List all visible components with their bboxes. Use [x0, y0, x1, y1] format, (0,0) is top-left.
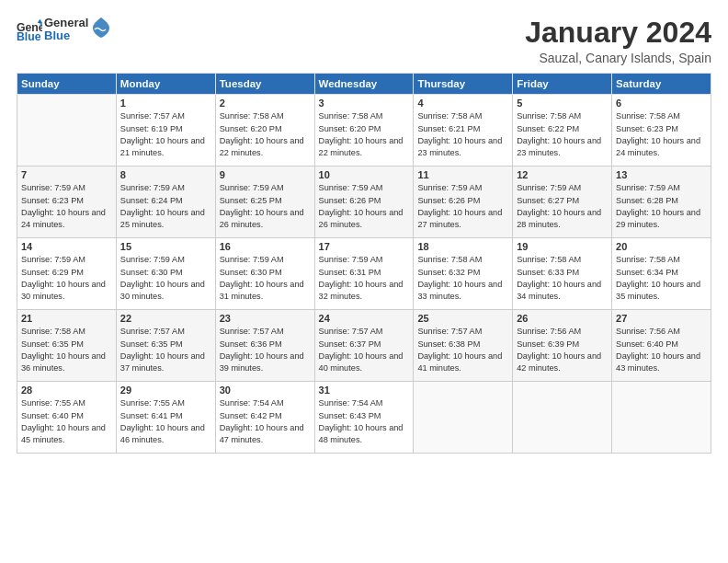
table-row: 30 Sunrise: 7:54 AMSunset: 6:42 PMDaylig…	[215, 382, 314, 454]
calendar-header-row: Sunday Monday Tuesday Wednesday Thursday…	[17, 74, 711, 95]
cell-content: Sunrise: 7:55 AMSunset: 6:40 PMDaylight:…	[21, 397, 112, 446]
table-row	[612, 382, 711, 454]
table-row: 2 Sunrise: 7:58 AMSunset: 6:20 PMDayligh…	[215, 95, 314, 167]
table-row: 23 Sunrise: 7:57 AMSunset: 6:36 PMDaylig…	[215, 310, 314, 382]
table-row: 10 Sunrise: 7:59 AMSunset: 6:26 PMDaylig…	[314, 167, 414, 238]
day-number: 16	[220, 241, 311, 252]
calendar-week-row: 1 Sunrise: 7:57 AMSunset: 6:19 PMDayligh…	[17, 95, 711, 167]
cell-content: Sunrise: 7:59 AMSunset: 6:31 PMDaylight:…	[319, 254, 410, 303]
table-row: 19 Sunrise: 7:58 AMSunset: 6:33 PMDaylig…	[513, 238, 612, 310]
table-row: 1 Sunrise: 7:57 AMSunset: 6:19 PMDayligh…	[116, 95, 215, 167]
table-row: 17 Sunrise: 7:59 AMSunset: 6:31 PMDaylig…	[314, 238, 414, 310]
table-row: 26 Sunrise: 7:56 AMSunset: 6:39 PMDaylig…	[513, 310, 612, 382]
cell-content: Sunrise: 7:58 AMSunset: 6:23 PMDaylight:…	[616, 110, 707, 159]
cell-content: Sunrise: 7:57 AMSunset: 6:35 PMDaylight:…	[120, 326, 211, 374]
logo: General Blue General Blue	[17, 17, 109, 43]
calendar-week-row: 21 Sunrise: 7:58 AMSunset: 6:35 PMDaylig…	[17, 310, 711, 382]
day-number: 15	[120, 241, 211, 252]
table-row: 3 Sunrise: 7:58 AMSunset: 6:20 PMDayligh…	[314, 95, 414, 167]
table-row: 15 Sunrise: 7:59 AMSunset: 6:30 PMDaylig…	[116, 238, 215, 310]
table-row: 9 Sunrise: 7:59 AMSunset: 6:25 PMDayligh…	[215, 167, 314, 238]
day-number: 21	[21, 313, 112, 324]
day-number: 23	[220, 313, 311, 324]
table-row: 8 Sunrise: 7:59 AMSunset: 6:24 PMDayligh…	[116, 167, 215, 238]
cell-content: Sunrise: 7:59 AMSunset: 6:24 PMDaylight:…	[120, 182, 211, 231]
table-row: 4 Sunrise: 7:58 AMSunset: 6:21 PMDayligh…	[414, 95, 513, 167]
cell-content: Sunrise: 7:56 AMSunset: 6:39 PMDaylight:…	[517, 326, 608, 374]
day-number: 1	[120, 98, 211, 109]
table-row: 29 Sunrise: 7:55 AMSunset: 6:41 PMDaylig…	[116, 382, 215, 454]
table-row: 14 Sunrise: 7:59 AMSunset: 6:29 PMDaylig…	[17, 238, 117, 310]
calendar-page: General Blue General Blue January 2024 S…	[0, 0, 728, 563]
logo-blue: Blue	[44, 29, 88, 42]
page-header: General Blue General Blue January 2024 S…	[17, 17, 711, 65]
day-number: 26	[517, 313, 608, 324]
logo-wave-icon	[93, 17, 109, 38]
cell-content: Sunrise: 7:54 AMSunset: 6:42 PMDaylight:…	[220, 397, 311, 446]
day-number: 25	[417, 313, 508, 324]
table-row: 5 Sunrise: 7:58 AMSunset: 6:22 PMDayligh…	[513, 95, 612, 167]
calendar-week-row: 14 Sunrise: 7:59 AMSunset: 6:29 PMDaylig…	[17, 238, 711, 310]
logo-icon: General Blue	[17, 17, 42, 42]
table-row: 7 Sunrise: 7:59 AMSunset: 6:23 PMDayligh…	[17, 167, 117, 238]
table-row: 22 Sunrise: 7:57 AMSunset: 6:35 PMDaylig…	[116, 310, 215, 382]
calendar-week-row: 7 Sunrise: 7:59 AMSunset: 6:23 PMDayligh…	[17, 167, 711, 238]
month-title: January 2024	[525, 17, 711, 49]
day-number: 17	[319, 241, 410, 252]
cell-content: Sunrise: 7:59 AMSunset: 6:27 PMDaylight:…	[517, 182, 608, 231]
day-number: 10	[319, 169, 410, 180]
table-row: 12 Sunrise: 7:59 AMSunset: 6:27 PMDaylig…	[513, 167, 612, 238]
col-tuesday: Tuesday	[215, 74, 314, 95]
cell-content: Sunrise: 7:57 AMSunset: 6:36 PMDaylight:…	[220, 326, 311, 374]
day-number: 20	[616, 241, 707, 252]
table-row: 18 Sunrise: 7:58 AMSunset: 6:32 PMDaylig…	[414, 238, 513, 310]
logo-general: General	[44, 17, 88, 29]
col-thursday: Thursday	[414, 74, 513, 95]
title-block: January 2024 Sauzal, Canary Islands, Spa…	[525, 17, 711, 65]
col-sunday: Sunday	[17, 74, 117, 95]
col-monday: Monday	[116, 74, 215, 95]
day-number: 30	[220, 385, 311, 396]
day-number: 3	[319, 98, 410, 109]
day-number: 28	[21, 385, 112, 396]
day-number: 29	[120, 385, 211, 396]
day-number: 8	[120, 169, 211, 180]
table-row: 16 Sunrise: 7:59 AMSunset: 6:30 PMDaylig…	[215, 238, 314, 310]
calendar-week-row: 28 Sunrise: 7:55 AMSunset: 6:40 PMDaylig…	[17, 382, 711, 454]
cell-content: Sunrise: 7:58 AMSunset: 6:20 PMDaylight:…	[220, 110, 311, 159]
col-saturday: Saturday	[612, 74, 711, 95]
cell-content: Sunrise: 7:59 AMSunset: 6:29 PMDaylight:…	[21, 254, 112, 303]
table-row	[513, 382, 612, 454]
cell-content: Sunrise: 7:58 AMSunset: 6:35 PMDaylight:…	[21, 326, 112, 374]
day-number: 11	[417, 169, 508, 180]
cell-content: Sunrise: 7:59 AMSunset: 6:23 PMDaylight:…	[21, 182, 112, 231]
table-row: 20 Sunrise: 7:58 AMSunset: 6:34 PMDaylig…	[612, 238, 711, 310]
day-number: 27	[616, 313, 707, 324]
cell-content: Sunrise: 7:54 AMSunset: 6:43 PMDaylight:…	[319, 397, 410, 446]
table-row: 13 Sunrise: 7:59 AMSunset: 6:28 PMDaylig…	[612, 167, 711, 238]
calendar-table: Sunday Monday Tuesday Wednesday Thursday…	[17, 73, 711, 454]
table-row: 28 Sunrise: 7:55 AMSunset: 6:40 PMDaylig…	[17, 382, 117, 454]
table-row	[414, 382, 513, 454]
day-number: 9	[220, 169, 311, 180]
cell-content: Sunrise: 7:58 AMSunset: 6:34 PMDaylight:…	[616, 254, 707, 303]
svg-text:Blue: Blue	[17, 31, 41, 43]
col-friday: Friday	[513, 74, 612, 95]
cell-content: Sunrise: 7:58 AMSunset: 6:21 PMDaylight:…	[417, 110, 508, 159]
cell-content: Sunrise: 7:59 AMSunset: 6:26 PMDaylight:…	[319, 182, 410, 231]
cell-content: Sunrise: 7:55 AMSunset: 6:41 PMDaylight:…	[120, 397, 211, 446]
day-number: 12	[517, 169, 608, 180]
cell-content: Sunrise: 7:58 AMSunset: 6:33 PMDaylight:…	[517, 254, 608, 303]
day-number: 2	[220, 98, 311, 109]
cell-content: Sunrise: 7:59 AMSunset: 6:30 PMDaylight:…	[120, 254, 211, 303]
day-number: 6	[616, 98, 707, 109]
table-row: 21 Sunrise: 7:58 AMSunset: 6:35 PMDaylig…	[17, 310, 117, 382]
cell-content: Sunrise: 7:58 AMSunset: 6:32 PMDaylight:…	[417, 254, 508, 303]
day-number: 24	[319, 313, 410, 324]
table-row: 24 Sunrise: 7:57 AMSunset: 6:37 PMDaylig…	[314, 310, 414, 382]
cell-content: Sunrise: 7:57 AMSunset: 6:19 PMDaylight:…	[120, 110, 211, 159]
cell-content: Sunrise: 7:59 AMSunset: 6:25 PMDaylight:…	[220, 182, 311, 231]
cell-content: Sunrise: 7:59 AMSunset: 6:26 PMDaylight:…	[417, 182, 508, 231]
day-number: 13	[616, 169, 707, 180]
table-row: 6 Sunrise: 7:58 AMSunset: 6:23 PMDayligh…	[612, 95, 711, 167]
